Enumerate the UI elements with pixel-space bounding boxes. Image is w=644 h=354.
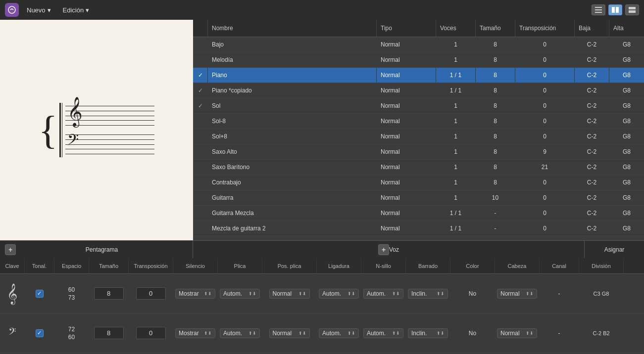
row-transposicion: 0 <box>515 52 575 67</box>
titlebar-icons <box>592 4 639 15</box>
tonal-cell[interactable]: ✓ <box>25 313 54 353</box>
tamano-value[interactable]: 8 <box>94 327 124 339</box>
row-transposicion: 0 <box>515 175 575 190</box>
table-row[interactable]: ✓ Sol Normal 1 8 0 C-2 G8 <box>193 98 644 114</box>
col-voces: Voces <box>436 20 476 37</box>
row-nombre: Sol <box>208 98 377 113</box>
pos-plica-dropdown[interactable]: Normal ⬆⬇ <box>269 289 310 299</box>
cabeza-cell[interactable]: Normal ⬆⬇ <box>495 274 540 313</box>
asignar-section: Asignar <box>585 241 644 258</box>
tonal-checkbox[interactable]: ✓ <box>36 290 44 298</box>
row-alta: G8 <box>609 98 644 113</box>
barrado-dropdown[interactable]: Inclin. ⬆⬇ <box>408 328 448 338</box>
row-nombre: Metal en Eb <box>208 236 377 240</box>
table-row[interactable]: Saxo Barítono Normal 1 8 21 C-2 G8 <box>193 160 644 175</box>
barrado-cell[interactable]: Inclin. ⬆⬇ <box>406 313 450 353</box>
view-icon-2[interactable] <box>608 4 622 15</box>
table-row[interactable]: Sol+8 Normal 1 8 0 C-2 G8 <box>193 129 644 144</box>
add-voz-btn[interactable]: + <box>378 244 389 255</box>
row-transposicion: 0 <box>515 83 575 98</box>
silencio-cell[interactable]: Mostrar ⬆⬇ <box>173 313 218 353</box>
row-baja: C-2 <box>575 221 609 236</box>
row-baja: C-2 <box>575 160 609 175</box>
app-icon <box>5 3 19 17</box>
row-nombre: Saxo Alto <box>208 144 377 159</box>
pos-plica-cell[interactable]: Normal ⬆⬇ <box>262 313 317 353</box>
row-check <box>193 236 208 240</box>
row-voces: 1 / 1 <box>436 68 476 83</box>
table-row[interactable]: Saxo Alto Normal 1 8 9 C-2 G8 <box>193 144 644 160</box>
view-icon-1[interactable] <box>592 4 605 15</box>
col-h-espacio: Espacio <box>54 258 89 273</box>
col-tipo: Tipo <box>377 20 436 37</box>
row-check <box>193 114 208 129</box>
pos-plica-dropdown[interactable]: Normal ⬆⬇ <box>269 328 310 338</box>
plica-dropdown[interactable]: Autom. ⬆⬇ <box>220 289 260 299</box>
table-row[interactable]: Guitarra Mezcla Normal 1 / 1 - 0 C-2 G8 <box>193 206 644 221</box>
silencio-dropdown[interactable]: Mostrar ⬆⬇ <box>175 289 215 299</box>
row-check <box>193 190 208 205</box>
row-voces: 1 <box>436 175 476 190</box>
barrado-dropdown[interactable]: Inclin. ⬆⬇ <box>408 289 448 299</box>
staff-line <box>65 144 154 145</box>
col-h-division: División <box>579 258 624 273</box>
table-row[interactable]: Guitarra Normal 1 10 0 C-2 G8 <box>193 190 644 206</box>
row-check: ✓ <box>193 83 208 98</box>
nsillo-cell[interactable]: Autom. ⬆⬇ <box>361 274 406 313</box>
row-tamano: 8 <box>476 52 515 67</box>
table-row[interactable]: Metal en Eb Normal 1 8 -3 C-2 G8 <box>193 236 644 240</box>
ligadura-dropdown[interactable]: Autom. ⬆⬇ <box>319 328 359 338</box>
table-row[interactable]: Bajo Normal 1 8 0 C-2 G8 <box>193 37 644 52</box>
silencio-cell[interactable]: Mostrar ⬆⬇ <box>173 274 218 313</box>
col-h-transposicion: Transposición <box>129 258 173 273</box>
add-pentagrama-btn[interactable]: + <box>5 244 16 255</box>
silencio-dropdown[interactable]: Mostrar ⬆⬇ <box>175 328 215 338</box>
transposicion-value[interactable]: 0 <box>136 287 166 300</box>
table-row[interactable]: ✓ Piano Normal 1 / 1 8 0 C-2 G8 <box>193 68 644 83</box>
row-alta: G8 <box>609 221 644 236</box>
row-baja: C-2 <box>575 129 609 144</box>
tonal-cell[interactable]: ✓ <box>25 274 54 313</box>
table-row[interactable]: ✓ Piano *copiado Normal 1 / 1 8 0 C-2 G8 <box>193 83 644 98</box>
view-icon-3[interactable] <box>625 4 639 15</box>
row-tamano: 8 <box>476 236 515 240</box>
row-alta: G8 <box>609 190 644 205</box>
row-tipo: Normal <box>377 114 436 129</box>
row-tipo: Normal <box>377 68 436 83</box>
pos-plica-cell[interactable]: Normal ⬆⬇ <box>262 274 317 313</box>
cabeza-dropdown[interactable]: Normal ⬆⬇ <box>497 289 537 299</box>
transposicion-cell: 0 <box>129 313 173 353</box>
ligadura-cell[interactable]: Autom. ⬆⬇ <box>317 313 361 353</box>
barrado-cell[interactable]: Inclin. ⬆⬇ <box>406 274 450 313</box>
nsillo-dropdown[interactable]: Autom. ⬆⬇ <box>363 328 403 338</box>
row-alta: G8 <box>609 144 644 159</box>
row-nombre: Piano <box>208 68 377 83</box>
row-voces: 1 <box>436 190 476 205</box>
cabeza-dropdown[interactable]: Normal ⬆⬇ <box>497 328 537 338</box>
treble-staff: 𝄞 <box>65 106 154 126</box>
staff-line <box>65 116 154 116</box>
nsillo-dropdown[interactable]: Autom. ⬆⬇ <box>363 289 403 299</box>
table-row[interactable]: Contrabajo Normal 1 8 0 C-2 G8 <box>193 175 644 190</box>
tamano-value[interactable]: 8 <box>94 287 124 300</box>
ligadura-cell[interactable]: Autom. ⬆⬇ <box>317 274 361 313</box>
row-tamano: 8 <box>476 68 515 83</box>
nsillo-cell[interactable]: Autom. ⬆⬇ <box>361 313 406 353</box>
instrument-table[interactable]: Nombre Tipo Voces Tamaño Transposición B… <box>193 20 644 240</box>
table-row[interactable]: Mezcla de guitarra 2 Normal 1 / 1 - 0 C-… <box>193 221 644 236</box>
transposicion-value[interactable]: 0 <box>136 327 166 339</box>
tonal-checkbox[interactable]: ✓ <box>36 329 44 337</box>
plica-dropdown[interactable]: Autom. ⬆⬇ <box>220 328 260 338</box>
row-nombre: Mezcla de guitarra 2 <box>208 221 377 236</box>
nuevo-menu[interactable]: Nuevo ▾ <box>23 4 55 16</box>
plica-cell[interactable]: Autom. ⬆⬇ <box>218 313 262 353</box>
ligadura-dropdown[interactable]: Autom. ⬆⬇ <box>319 289 359 299</box>
col-h-tonal: Tonal. <box>25 258 54 273</box>
plica-cell[interactable]: Autom. ⬆⬇ <box>218 274 262 313</box>
cabeza-cell[interactable]: Normal ⬆⬇ <box>495 313 540 353</box>
row-transposicion: 21 <box>515 160 575 175</box>
row-tamano: 8 <box>476 37 515 52</box>
table-row[interactable]: Sol-8 Normal 1 8 0 C-2 G8 <box>193 114 644 129</box>
table-row[interactable]: Melodía Normal 1 8 0 C-2 G8 <box>193 52 644 68</box>
edicion-menu[interactable]: Edición ▾ <box>59 4 94 16</box>
